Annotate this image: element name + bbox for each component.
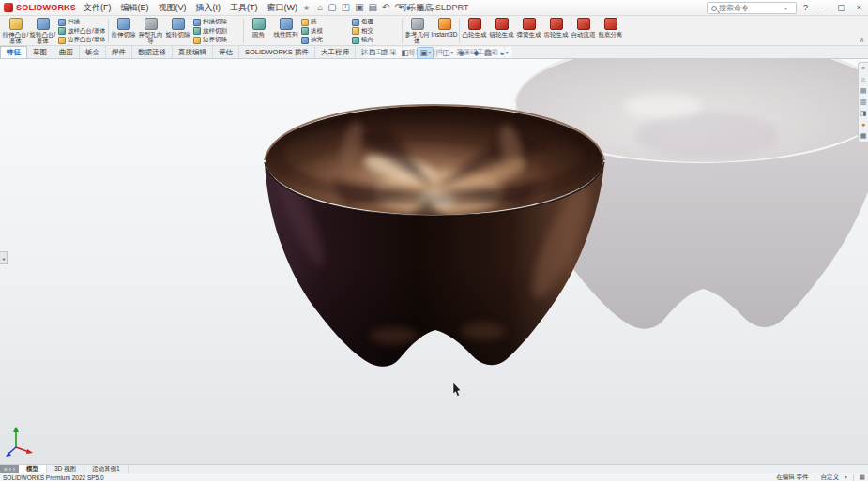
- help-button[interactable]: ?: [797, 0, 815, 15]
- custom-properties-icon[interactable]: ▦: [860, 132, 867, 140]
- hide-show-items-icon[interactable]: ◉▾: [456, 48, 470, 58]
- scroll-right-icon[interactable]: ›: [13, 466, 15, 473]
- home-icon[interactable]: ⌂: [317, 3, 323, 12]
- ribbon-collapse-icon[interactable]: ∧: [860, 37, 864, 44]
- extruded-cut-button[interactable]: 拉伸切除: [110, 17, 137, 45]
- button-label: 放样切割: [203, 27, 227, 36]
- bottle-bottom-split-icon: [604, 18, 617, 30]
- tab-surfaces[interactable]: 曲面: [53, 46, 80, 58]
- product-version: SOLIDWORKS Premium 2022 SP5.0: [3, 474, 104, 481]
- custom-view-label[interactable]: 自定义: [821, 473, 840, 481]
- draft-button[interactable]: 拔模: [301, 27, 348, 36]
- menu-window[interactable]: 窗口(W): [267, 2, 298, 14]
- button-label: 凸轮生成: [463, 31, 487, 38]
- ghost-model: [515, 59, 868, 329]
- tab-model[interactable]: 模型: [19, 465, 47, 473]
- graphics-area[interactable]: ◂ « ⌂ ▤ ▥ ◨ ● ▦: [0, 59, 868, 464]
- menu-edit[interactable]: 编辑(E): [121, 2, 149, 14]
- section-view-icon[interactable]: ◧: [399, 48, 410, 58]
- shell-button[interactable]: 抽壳: [301, 36, 348, 44]
- fillet-button[interactable]: 圆角: [245, 17, 272, 45]
- maximize-button[interactable]: ▢: [832, 0, 850, 15]
- view-palette-icon[interactable]: ◨: [860, 110, 867, 117]
- grid-icon[interactable]: ▦: [860, 473, 865, 481]
- save-document-icon[interactable]: ▣: [355, 3, 363, 12]
- tab-evaluate[interactable]: 评估: [213, 46, 239, 58]
- command-manager-tabs: 特征 草图 曲面 钣金 焊件 数据迁移 直接编辑 评估 SOLIDWORKS 插…: [0, 46, 868, 59]
- previous-view-icon[interactable]: ◐: [389, 48, 398, 58]
- tab-direct-editing[interactable]: 直接编辑: [173, 46, 213, 58]
- undo-icon[interactable]: ↶: [382, 3, 389, 12]
- model-view[interactable]: [0, 59, 868, 464]
- appearances-scenes-icon[interactable]: ●: [861, 121, 865, 128]
- view-orientation-icon[interactable]: ▣▾: [417, 47, 434, 59]
- menu-view[interactable]: 视图(V): [159, 2, 187, 14]
- sprocket-generator-button[interactable]: 链轮生成: [488, 17, 515, 45]
- close-button[interactable]: ×: [850, 0, 868, 15]
- edit-appearance-icon[interactable]: ◆: [471, 48, 481, 58]
- intersect-button[interactable]: 相交: [352, 27, 399, 36]
- menu-file[interactable]: 文件(F): [84, 2, 112, 14]
- menu-pin-icon[interactable]: ★: [303, 4, 310, 12]
- revolved-cut-button[interactable]: 旋转切除: [164, 17, 191, 45]
- tab-3d-views[interactable]: 3D 视图: [47, 465, 84, 473]
- boundary-cut-button[interactable]: 边界切除: [193, 36, 240, 44]
- tab-sketch[interactable]: 草图: [27, 46, 53, 58]
- rib-button[interactable]: 筋: [301, 18, 348, 26]
- display-style-icon[interactable]: ◫▾: [440, 48, 455, 58]
- tab-motion-study[interactable]: 运动算例1: [84, 465, 129, 473]
- zoom-area-icon[interactable]: ⊞: [378, 48, 388, 58]
- design-library-icon[interactable]: ▤: [860, 87, 867, 95]
- view-settings-icon[interactable]: ◒▾: [498, 48, 510, 58]
- expand-taskpane-icon[interactable]: «: [861, 65, 865, 72]
- solidworks-window: SOLIDWORKS 文件(F) 编辑(E) 视图(V) 插入(I) 工具(T)…: [0, 0, 868, 481]
- hole-wizard-button[interactable]: 异型孔向导: [137, 17, 164, 45]
- orientation-triad[interactable]: [6, 427, 33, 457]
- instant3d-button[interactable]: Instant3D: [431, 17, 458, 45]
- tab-sheet-metal[interactable]: 钣金: [80, 46, 106, 58]
- tab-weldments[interactable]: 焊件: [106, 46, 132, 58]
- button-label: 圆角: [252, 31, 265, 38]
- feature-tree-flyout[interactable]: ◂: [0, 251, 8, 264]
- print-document-icon[interactable]: ▤: [369, 3, 377, 12]
- tab-addins[interactable]: SOLIDWORKS 插件: [239, 46, 315, 58]
- mirror-button[interactable]: 镜向: [352, 36, 399, 44]
- custom-dropdown-icon[interactable]: ▾: [845, 474, 847, 480]
- tab-data-migration[interactable]: 数据迁移: [132, 46, 173, 58]
- lofted-cut-button[interactable]: 放样切割: [193, 27, 240, 36]
- menu-tools[interactable]: 工具(T): [230, 2, 258, 14]
- file-explorer-icon[interactable]: ▥: [860, 98, 867, 106]
- bottle-bottom-model[interactable]: [265, 105, 604, 367]
- new-document-icon[interactable]: ▢: [327, 3, 336, 12]
- bottle-bottom-split-button[interactable]: 瓶底分离: [597, 17, 624, 45]
- command-search[interactable]: ▾: [707, 2, 797, 14]
- apply-scene-icon[interactable]: ▤▾: [482, 48, 497, 58]
- button-label: 扫描: [68, 18, 80, 26]
- extruded-boss-button[interactable]: 拉伸凸台/基体: [2, 17, 29, 45]
- cam-generator-button[interactable]: 凸轮生成: [461, 17, 488, 45]
- revolved-boss-button[interactable]: 旋转凸台/基体: [29, 17, 56, 45]
- runner-generator-button[interactable]: 自动流道: [570, 17, 597, 45]
- open-document-icon[interactable]: ◰: [342, 3, 350, 12]
- swept-cut-button[interactable]: 扫描切除: [193, 18, 240, 26]
- linear-pattern-button[interactable]: 线性阵列: [272, 17, 299, 45]
- search-dropdown-icon[interactable]: ▾: [784, 5, 787, 11]
- menu-insert[interactable]: 插入(I): [196, 2, 221, 14]
- tab-scroll-controls[interactable]: « ‹ ›: [0, 465, 19, 473]
- lofted-boss-button[interactable]: 放样凸台/基体: [58, 27, 105, 36]
- scroll-left-icon[interactable]: ‹: [9, 466, 11, 473]
- zoom-fit-icon[interactable]: ⊡: [367, 48, 377, 58]
- tab-features[interactable]: 特征: [0, 46, 27, 58]
- reference-geometry-button[interactable]: 参考几何体: [404, 17, 431, 45]
- gear-generator-button[interactable]: 齿轮生成: [542, 17, 570, 45]
- swept-boss-button[interactable]: 扫描: [58, 18, 105, 26]
- search-input[interactable]: [719, 4, 784, 12]
- intersect-icon: [352, 27, 359, 35]
- wrap-button[interactable]: 包覆: [352, 18, 399, 26]
- tab-engineer[interactable]: 大工程师: [315, 46, 356, 58]
- solidworks-resources-icon[interactable]: ⌂: [861, 76, 865, 83]
- scroll-first-icon[interactable]: «: [4, 466, 8, 473]
- minimize-button[interactable]: –: [815, 0, 832, 15]
- spring-generator-button[interactable]: 弹簧生成: [515, 17, 542, 45]
- boundary-boss-button[interactable]: 边界凸台/基体: [58, 36, 105, 44]
